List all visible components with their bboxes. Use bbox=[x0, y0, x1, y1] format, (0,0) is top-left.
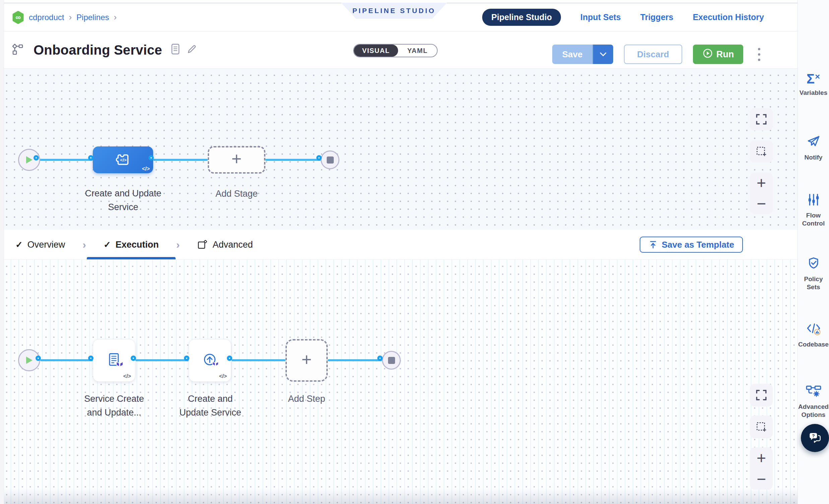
stage-canvas[interactable]: </> </> Create and Update Service + Add … bbox=[0, 69, 797, 230]
sidebar-item-variables[interactable]: Σ✕ Variables bbox=[798, 72, 829, 97]
tab-execution[interactable]: ✓ Execution bbox=[104, 230, 159, 259]
zoom-in-button[interactable]: + bbox=[757, 450, 766, 466]
run-button-label: Run bbox=[716, 49, 734, 60]
left-edge-strip bbox=[0, 0, 4, 504]
tab-triggers[interactable]: Triggers bbox=[640, 12, 674, 22]
header-row: ∞ cdproduct › Pipelines › PIPELINE STUDI… bbox=[0, 3, 797, 32]
save-button[interactable]: Save bbox=[552, 44, 592, 64]
tab-overview[interactable]: ✓ Overview bbox=[15, 230, 65, 259]
step-node-service-create-and-update[interactable]: </> bbox=[93, 339, 135, 382]
pipeline-edge bbox=[38, 159, 93, 161]
toggle-yaml[interactable]: YAML bbox=[398, 44, 437, 57]
tab-chevron-icon: › bbox=[82, 239, 86, 251]
sidebar-item-label: Notify bbox=[798, 153, 829, 161]
save-as-template-button[interactable]: Save as Template bbox=[640, 237, 743, 253]
tab-chevron-icon: › bbox=[176, 239, 180, 251]
svg-text:?: ? bbox=[812, 433, 815, 438]
pipeline-title-group: Onboarding Service bbox=[10, 32, 197, 68]
step-node-create-and-update-service[interactable]: </> bbox=[189, 339, 231, 382]
edge-port[interactable] bbox=[131, 356, 136, 361]
zoom-out-button[interactable]: − bbox=[757, 196, 766, 212]
policy-shield-check-icon bbox=[806, 256, 821, 272]
help-chat-button[interactable]: ? bbox=[801, 424, 829, 452]
pipeline-edge bbox=[328, 359, 382, 361]
canvas-select-mode-button[interactable] bbox=[750, 140, 773, 163]
check-icon: ✓ bbox=[104, 240, 111, 250]
tab-overview-label: Overview bbox=[28, 240, 65, 250]
more-options-kebab-icon[interactable] bbox=[754, 44, 764, 64]
add-stage-label: Add Stage bbox=[203, 189, 270, 199]
visual-yaml-toggle: VISUAL YAML bbox=[353, 44, 438, 57]
zoom-in-button[interactable]: + bbox=[757, 175, 766, 191]
breadcrumb-pipelines-link[interactable]: Pipelines bbox=[76, 13, 109, 22]
sidebar-item-notify[interactable]: Notify bbox=[798, 134, 829, 161]
add-step-label: Add Step bbox=[273, 394, 340, 404]
run-play-icon bbox=[702, 48, 713, 61]
canvas-zoom-panel: + − bbox=[750, 173, 773, 214]
edge-port[interactable] bbox=[88, 356, 94, 361]
run-button[interactable]: Run bbox=[693, 44, 743, 64]
execution-canvas[interactable]: </> Service Create and Update... </> Cre… bbox=[0, 260, 797, 504]
discard-button[interactable]: Discard bbox=[624, 44, 682, 64]
breadcrumb-project-link[interactable]: cdproduct bbox=[29, 13, 64, 22]
tab-execution-history[interactable]: Execution History bbox=[693, 12, 764, 22]
sidebar-item-label: Advanced Options bbox=[798, 403, 829, 419]
execution-end-node[interactable] bbox=[382, 351, 401, 370]
stage-config-tabbar: ✓ Overview › ✓ Execution › bbox=[0, 230, 797, 260]
codebase-warning-icon bbox=[806, 322, 821, 337]
page-title: Onboarding Service bbox=[34, 42, 162, 58]
sidebar-item-label: Codebase bbox=[798, 340, 829, 349]
advanced-options-pipeline-gear-icon bbox=[805, 385, 822, 399]
zoom-out-button[interactable]: − bbox=[757, 471, 766, 487]
tab-execution-label: Execution bbox=[116, 240, 159, 250]
pipeline-edge bbox=[40, 359, 93, 361]
canvas-fullscreen-button[interactable] bbox=[750, 384, 773, 406]
canvas-select-mode-button[interactable] bbox=[750, 416, 773, 438]
plus-icon: + bbox=[231, 150, 242, 168]
main-area: ∞ cdproduct › Pipelines › PIPELINE STUDI… bbox=[0, 0, 797, 504]
edge-port[interactable] bbox=[36, 356, 41, 361]
breadcrumb-separator: › bbox=[113, 12, 117, 23]
upload-icon bbox=[648, 240, 658, 249]
edge-port[interactable] bbox=[148, 155, 154, 160]
plus-icon: + bbox=[301, 351, 312, 368]
tab-advanced[interactable]: Advanced bbox=[197, 230, 253, 259]
sidebar-item-codebase[interactable]: Codebase bbox=[798, 322, 829, 349]
save-split-button: Save bbox=[552, 44, 613, 64]
tab-pipeline-studio[interactable]: Pipeline Studio bbox=[482, 9, 561, 26]
svg-text:</>: </> bbox=[120, 157, 127, 163]
add-step-button[interactable]: + bbox=[286, 339, 328, 382]
edge-port[interactable] bbox=[377, 356, 383, 361]
harness-cd-logo-icon: ∞ bbox=[11, 11, 25, 24]
edge-port[interactable] bbox=[184, 356, 189, 361]
sidebar-item-label: Flow Control bbox=[798, 211, 829, 227]
edge-port[interactable] bbox=[34, 155, 39, 160]
top-navigation: Pipeline Studio Input Sets Triggers Exec… bbox=[482, 3, 764, 31]
svg-text:∞: ∞ bbox=[15, 13, 21, 22]
tab-advanced-label: Advanced bbox=[212, 240, 253, 250]
save-options-caret[interactable] bbox=[592, 44, 613, 64]
toggle-visual[interactable]: VISUAL bbox=[354, 44, 398, 57]
breadcrumb-separator: › bbox=[68, 12, 72, 23]
edge-port[interactable] bbox=[88, 155, 94, 160]
tab-input-sets[interactable]: Input Sets bbox=[580, 12, 621, 22]
edge-port[interactable] bbox=[227, 356, 232, 361]
add-stage-button[interactable]: + bbox=[208, 146, 265, 174]
pipeline-end-node[interactable] bbox=[321, 150, 339, 169]
notify-paper-plane-icon bbox=[806, 134, 821, 150]
description-doc-icon[interactable] bbox=[171, 43, 180, 57]
edit-pencil-icon[interactable] bbox=[186, 44, 197, 56]
pipeline-edge bbox=[153, 159, 208, 161]
stage-tabs: ✓ Overview › ✓ Execution › bbox=[15, 230, 253, 259]
sidebar-item-policy-sets[interactable]: Policy Sets bbox=[798, 256, 829, 291]
step-code-badge: </> bbox=[123, 373, 131, 379]
edge-port[interactable] bbox=[316, 155, 322, 160]
pipeline-studio-banner-label: PIPELINE STUDIO bbox=[353, 7, 436, 15]
canvas-fullscreen-button[interactable] bbox=[750, 108, 773, 131]
stage-node-create-and-update-service[interactable]: </> </> bbox=[93, 146, 153, 173]
toolbar-actions: Save Discard Run bbox=[552, 44, 764, 64]
sidebar-item-advanced-options[interactable]: Advanced Options bbox=[798, 385, 829, 419]
pipeline-edge bbox=[265, 159, 321, 161]
sidebar-item-flow-control[interactable]: Flow Control bbox=[798, 193, 829, 227]
step-code-badge: </> bbox=[219, 373, 227, 379]
